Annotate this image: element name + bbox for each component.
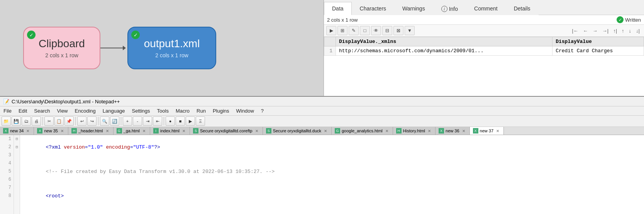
nav-prev-btn[interactable]: ← xyxy=(581,27,590,34)
np-btn-saveall[interactable]: 🗂 xyxy=(22,116,31,126)
np-btn-macro-rec[interactable]: ● xyxy=(166,116,175,126)
nav-next-btn[interactable]: → xyxy=(591,27,600,34)
node-clipboard[interactable]: ✓ Clipboard 2 cols x 1 row xyxy=(23,27,100,69)
tab-warnings[interactable]: Warnings xyxy=(394,2,433,15)
toolbar-view-btn[interactable]: 👁 xyxy=(371,26,381,35)
menu-macro[interactable]: Macro xyxy=(175,107,191,115)
np-btn-zoom-out[interactable]: - xyxy=(133,116,142,126)
np-btn-undo[interactable]: ↩ xyxy=(77,116,86,126)
np-tab-secure1[interactable]: S Secure oryxdigitalltd.coreftp ✕ xyxy=(190,127,263,135)
menu-file[interactable]: File xyxy=(2,107,13,115)
menu-encoding[interactable]: Encoding xyxy=(74,107,97,115)
np-tab-label-history: History.html xyxy=(403,128,425,133)
tab-info[interactable]: i Info xyxy=(433,2,466,15)
np-btn-copy[interactable]: 📋 xyxy=(54,116,64,126)
nav-first-btn[interactable]: |← xyxy=(570,27,580,34)
np-tab-close-secure2[interactable]: ✕ xyxy=(323,128,328,134)
np-btn-macro-play[interactable]: ▶ xyxy=(186,116,195,126)
np-btn-outdent[interactable]: ⇤ xyxy=(153,116,162,126)
np-btn-redo[interactable]: ↪ xyxy=(87,116,97,126)
written-label: Written xyxy=(625,17,641,23)
top-section: ✓ Clipboard 2 cols x 1 row ✓ output1.xml… xyxy=(0,0,644,96)
np-btn-zoom-in[interactable]: + xyxy=(123,116,132,126)
info-icon: i xyxy=(441,6,447,12)
np-tab-icon-google: G xyxy=(335,128,340,134)
np-tab-ga[interactable]: G _ga.html ✕ xyxy=(114,127,150,135)
toolbar-play-btn[interactable]: ▶ xyxy=(326,26,336,35)
toolbar-grid-btn[interactable]: ⊞ xyxy=(337,26,347,35)
toolbar-folder-btn[interactable]: □ xyxy=(360,26,370,35)
np-tab-close-secure1[interactable]: ✕ xyxy=(254,128,259,134)
toolbar-edit-btn[interactable]: ✎ xyxy=(349,26,359,35)
node-output[interactable]: ✓ output1.xml 2 cols x 1 row xyxy=(127,27,216,69)
nav-bottom-btn[interactable]: ↓| xyxy=(634,27,642,34)
np-tab-close-index[interactable]: ✕ xyxy=(181,128,186,134)
menu-view[interactable]: View xyxy=(56,107,69,115)
np-tab-close-new34[interactable]: ✕ xyxy=(25,128,31,134)
menu-run[interactable]: Run xyxy=(195,107,207,115)
menu-search[interactable]: Search xyxy=(33,107,51,115)
nav-top-btn[interactable]: ↑| xyxy=(611,27,619,34)
tab-details[interactable]: Details xyxy=(506,2,539,15)
nav-last-btn[interactable]: →| xyxy=(600,27,610,34)
tab-comment[interactable]: Comment xyxy=(466,2,506,15)
table-row: 1 http://schemas.microsoft.com/dynamics/… xyxy=(324,46,644,56)
np-tab-close-ga[interactable]: ✕ xyxy=(141,128,147,134)
np-tab-icon-history: H xyxy=(396,128,402,134)
np-btn-paste[interactable]: 📌 xyxy=(64,116,74,126)
toolbar-filter-btn[interactable]: ▼ xyxy=(405,26,415,35)
notepad-title: C:\Users\andy\Desktop\output1.xml - Note… xyxy=(12,99,120,104)
nav-up-btn[interactable]: ↑ xyxy=(620,27,626,34)
np-tab-close-history[interactable]: ✕ xyxy=(427,128,432,134)
np-tab-close-header[interactable]: ✕ xyxy=(105,128,110,134)
np-tab-close-google[interactable]: ✕ xyxy=(384,128,390,134)
np-tab-label-new34: new 34 xyxy=(10,128,24,133)
np-tab-new36[interactable]: X new 36 ✕ xyxy=(436,127,469,135)
np-tab-close-new36[interactable]: ✕ xyxy=(461,128,466,134)
menu-plugins[interactable]: Plugins xyxy=(212,107,230,115)
np-tab-new34[interactable]: X new 34 ✕ xyxy=(0,127,34,135)
np-tab-close-new35[interactable]: ✕ xyxy=(59,128,65,134)
tab-characters[interactable]: Characters xyxy=(352,2,394,15)
np-btn-print[interactable]: 🖨 xyxy=(32,116,41,126)
canvas-area: ✓ Clipboard 2 cols x 1 row ✓ output1.xml… xyxy=(0,0,324,96)
toolbar-sep-5 xyxy=(164,117,164,125)
np-btn-indent[interactable]: ⇥ xyxy=(143,116,152,126)
panel-toolbar: ▶ ⊞ ✎ □ 👁 ⊟ ⊠ ▼ |← ← → →| ↑| ↑ ↓ ↓| xyxy=(324,25,644,37)
np-btn-macro-stop[interactable]: ■ xyxy=(176,116,185,126)
code-line-2: <!-- File created by Easy Data Transform… xyxy=(22,159,642,184)
nav-down-btn[interactable]: ↓ xyxy=(627,27,634,34)
written-badge: ✓ Written xyxy=(617,16,641,23)
tab-data[interactable]: Data xyxy=(324,2,352,15)
np-tab-secure2[interactable]: S Secure oryxdigitalltd.duck ✕ xyxy=(263,127,332,135)
np-tab-google[interactable]: G google_analytics.html ✕ xyxy=(332,127,393,135)
np-tab-label-new36: new 36 xyxy=(446,128,459,133)
np-btn-cut[interactable]: ✂ xyxy=(44,116,54,126)
np-btn-script[interactable]: Ξ xyxy=(196,116,205,126)
np-btn-save[interactable]: 💾 xyxy=(12,116,21,126)
menu-help[interactable]: ? xyxy=(260,107,265,115)
toolbar-split-btn[interactable]: ⊟ xyxy=(382,26,392,35)
menu-edit[interactable]: Edit xyxy=(17,107,28,115)
toolbar-split2-btn[interactable]: ⊠ xyxy=(393,26,403,35)
np-btn-open[interactable]: 📁 xyxy=(2,116,11,126)
np-btn-find[interactable]: 🔍 xyxy=(100,116,109,126)
np-tab-history[interactable]: H History.html ✕ xyxy=(393,127,436,135)
output-subtitle: 2 cols x 1 row xyxy=(155,52,188,58)
menu-window[interactable]: Window xyxy=(235,107,255,115)
arrow-connector xyxy=(100,48,127,48)
np-tab-close-new37[interactable]: ✕ xyxy=(495,128,500,134)
code-area[interactable]: 1 2 3 4 5 6 7 8 ⊟ ⊟ <?xml version="1.0" … xyxy=(0,135,644,214)
menu-settings[interactable]: Settings xyxy=(131,107,151,115)
np-tab-index[interactable]: I index.html ✕ xyxy=(150,127,190,135)
code-content: <?xml version="1.0" encoding="UTF-8"?> <… xyxy=(20,135,644,214)
np-btn-replace[interactable]: 🔄 xyxy=(110,116,119,126)
np-tab-new35[interactable]: X new 35 ✕ xyxy=(34,127,68,135)
menu-language[interactable]: Language xyxy=(102,107,126,115)
notepad-section: 📝 C:\Users\andy\Desktop\output1.xml - No… xyxy=(0,96,644,214)
right-panel: Data Characters Warnings i Info Comment … xyxy=(324,0,644,96)
np-tab-header[interactable]: H _header.html ✕ xyxy=(68,127,114,135)
panel-status-bar: 2 cols x 1 row ✓ Written xyxy=(324,15,644,25)
menu-tools[interactable]: Tools xyxy=(156,107,170,115)
np-tab-new37[interactable]: X new 37 ✕ xyxy=(470,127,504,135)
